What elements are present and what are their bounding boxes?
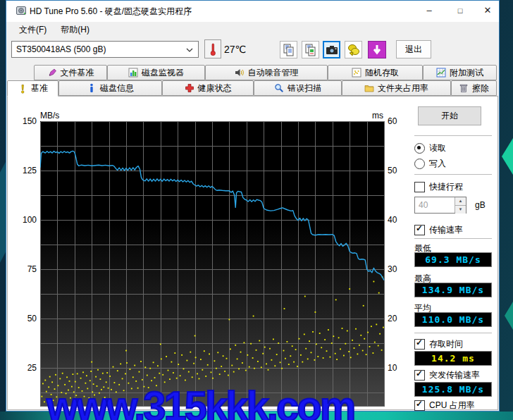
window-title: HD Tune Pro 5.60 - 硬盘/固态硬盘实用程序 (30, 6, 192, 18)
tab-benchmark[interactable]: 基准 (7, 80, 58, 97)
red-cross-icon (185, 83, 194, 93)
transfer-rate-label: 传输速率 (429, 224, 463, 236)
temperature-label: 27℃ (224, 44, 246, 55)
access-time-display: 14.2 ms (414, 351, 492, 366)
chart-grid-icon (436, 68, 446, 78)
avg-value-display: 110.0 MB/s (414, 312, 492, 327)
tab-label: 擦除 (472, 82, 489, 94)
left-axis-tick-label: 150 (18, 116, 37, 126)
minimize-button[interactable]: – (416, 0, 443, 21)
short-stroke-label: 快捷行程 (429, 181, 463, 193)
copy-image-button[interactable] (302, 41, 319, 58)
right-axis-unit: ms (372, 111, 383, 121)
download-arrow-icon (370, 43, 384, 57)
separator (414, 238, 492, 239)
right-axis-tick-label: 60 (388, 116, 397, 126)
left-axis-unit: MB/s (40, 111, 59, 121)
screenshot-stage: HD Tune Pro 5.60 - 硬盘/固态硬盘实用程序 – □ ✕ 文件(… (0, 0, 513, 420)
wallpaper-teal-chevron (502, 138, 513, 175)
menu-bar: 文件(F) 帮助(H) (6, 22, 499, 38)
right-axis-tick-label: 50 (388, 166, 397, 175)
spinner-down-button[interactable]: ▼ (455, 206, 466, 214)
separator (414, 135, 492, 136)
save-web-icon (347, 43, 361, 57)
access-time-label: 存取时间 (429, 338, 463, 350)
bar-chart-icon (128, 68, 138, 78)
drive-selector[interactable]: ST3500418AS (500 gB) (11, 41, 199, 58)
tab-health[interactable]: 健康状态 (162, 80, 254, 96)
tab-label: 自动噪音管理 (248, 67, 299, 79)
thermometer-icon (209, 42, 216, 56)
separator (414, 174, 492, 175)
tab-label: 文件基准 (61, 67, 94, 79)
write-radio-row: 写入 (414, 158, 446, 170)
left-axis-tick-label: 50 (18, 314, 37, 323)
tab-error-scan[interactable]: 错误扫描 (254, 80, 342, 96)
magnifier-icon (274, 83, 284, 93)
exclamation-icon (18, 84, 27, 94)
tab-aam[interactable]: 自动噪音管理 (205, 65, 328, 80)
capacity-unit-label: gB (475, 200, 486, 210)
exit-button[interactable]: 退出 (396, 40, 431, 58)
tab-file-benchmark[interactable]: 文件基准 (34, 65, 107, 80)
burst-rate-row: 突发传输速率 (414, 369, 480, 381)
capacity-spinner[interactable]: 40 ▲ ▼ (414, 197, 466, 214)
camera-icon (325, 43, 339, 57)
tab-disk-monitor[interactable]: 磁盘监视器 (107, 65, 205, 80)
right-axis-tick-label: 40 (388, 215, 397, 225)
left-axis-tick-label: 75 (18, 264, 37, 274)
burst-rate-label: 突发传输速率 (429, 369, 480, 381)
copy-text-button[interactable] (280, 41, 297, 58)
watermark: www.315kkk.com (47, 381, 497, 420)
read-radio-label: 读取 (429, 142, 446, 154)
min-value-display: 69.3 MB/s (414, 252, 492, 267)
menu-item-help[interactable]: 帮助(H) (54, 22, 97, 38)
drive-selector-value: ST3500418AS (500 gB) (16, 44, 106, 54)
tab-label: 磁盘监视器 (142, 67, 184, 79)
maximize-button[interactable]: □ (447, 0, 474, 21)
tab-random-access[interactable]: 随机存取 (328, 65, 423, 80)
app-icon (16, 5, 27, 16)
benchmark-chart-canvas (40, 121, 385, 407)
access-time-row: 存取时间 (414, 338, 463, 350)
tab-label: 磁盘信息 (100, 82, 134, 94)
transfer-rate-checkbox[interactable] (414, 225, 425, 235)
save-button[interactable] (345, 41, 362, 58)
left-axis-tick-label: 125 (18, 166, 37, 175)
speaker-icon (235, 68, 245, 78)
spinner-up-button[interactable]: ▲ (455, 197, 466, 206)
access-time-checkbox[interactable] (414, 339, 425, 350)
tab-label: 文件夹占用率 (378, 82, 428, 94)
right-axis-tick-label: 30 (388, 264, 397, 274)
transfer-rate-row: 传输速率 (414, 224, 463, 236)
screenshot-button[interactable] (323, 41, 340, 58)
tab-disk-info[interactable]: 磁盘信息 (58, 80, 162, 96)
max-value-display: 134.9 MB/s (414, 283, 492, 297)
trash-icon (459, 83, 469, 93)
temperature-button[interactable] (204, 39, 221, 58)
left-axis-tick-label: 25 (18, 363, 37, 373)
tab-folder-usage[interactable]: 文件夹占用率 (342, 80, 451, 96)
chevron-down-icon (186, 48, 193, 52)
menu-item-file[interactable]: 文件(F) (12, 22, 54, 38)
right-axis-tick-label: 20 (388, 314, 397, 323)
read-radio[interactable] (414, 143, 425, 154)
export-button[interactable] (368, 41, 386, 58)
scatter-icon (352, 68, 361, 78)
tab-erase[interactable]: 擦除 (451, 80, 497, 96)
close-button[interactable]: ✕ (476, 0, 499, 21)
write-radio-label: 写入 (429, 158, 446, 170)
short-stroke-checkbox[interactable] (414, 182, 425, 192)
copy-pages-icon (282, 43, 296, 57)
write-radio[interactable] (414, 159, 425, 169)
pen-icon (47, 68, 57, 78)
read-radio-row: 读取 (414, 142, 446, 154)
tab-label: 健康状态 (198, 82, 232, 94)
start-button[interactable]: 开始 (418, 106, 481, 125)
burst-rate-checkbox[interactable] (414, 370, 425, 381)
left-axis-tick-label: 100 (18, 215, 37, 225)
tab-label: 基准 (31, 82, 48, 94)
tab-extra-tests[interactable]: 附加测试 (423, 65, 497, 80)
info-icon (87, 83, 97, 93)
tab-label: 附加测试 (450, 67, 483, 79)
